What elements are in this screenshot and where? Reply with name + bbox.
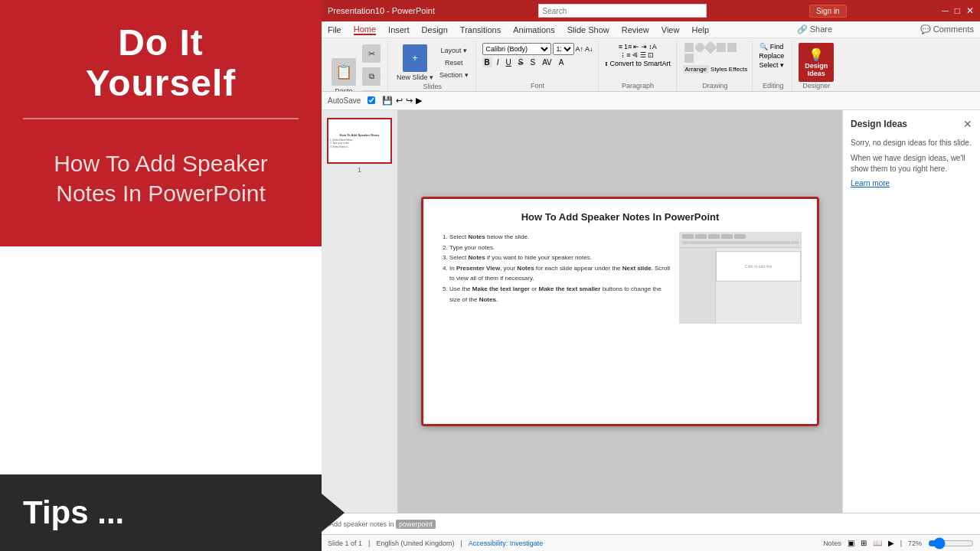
find-button[interactable]: 🔍 Find xyxy=(760,43,783,51)
accessibility-status[interactable]: Accessibility: Investigate xyxy=(469,540,544,547)
slideshow-button[interactable]: ▶ xyxy=(888,539,894,547)
justify-button[interactable]: ☰ xyxy=(640,51,646,59)
menu-design[interactable]: Design xyxy=(422,25,448,34)
design-ideas-learn-more[interactable]: Learn more xyxy=(851,179,972,187)
menu-slideshow[interactable]: Slide Show xyxy=(567,25,609,34)
diy-title: Do It Yourself xyxy=(23,23,299,104)
slide-sorter-button[interactable]: ⊞ xyxy=(861,539,867,547)
slide-thumbnail-1[interactable]: How To Add Speaker Notes 1. Select Notes… xyxy=(327,118,392,164)
notes-toggle-button[interactable]: Notes xyxy=(823,540,841,547)
close-button[interactable]: ✕ xyxy=(966,5,974,16)
ribbon-group-designer: 💡 Design Ideas Designer xyxy=(794,41,838,91)
undo-button[interactable]: ↩ xyxy=(396,96,403,106)
design-ideas-header: Design Ideas ✕ xyxy=(851,118,972,130)
font-family-select[interactable]: Calibri (Body) xyxy=(482,43,551,55)
paragraph-label: Paragraph xyxy=(605,82,671,90)
restore-button[interactable]: □ xyxy=(955,5,960,16)
normal-view-button[interactable]: ▣ xyxy=(848,539,854,547)
status-right: Notes ▣ ⊞ 📖 ▶ | 72% xyxy=(823,539,974,547)
search-input[interactable] xyxy=(538,4,707,18)
design-ideas-button[interactable]: 💡 Design Ideas xyxy=(799,43,834,82)
shadow-button[interactable]: S xyxy=(528,57,537,67)
shape-styles-button[interactable]: Styles xyxy=(710,65,727,73)
numbering-button[interactable]: 1≡ xyxy=(624,43,632,51)
menu-share[interactable]: 🔗 Share xyxy=(797,24,832,34)
select-button[interactable]: Select ▾ xyxy=(759,61,784,69)
shape-rect[interactable] xyxy=(684,43,694,52)
charspacing-button[interactable]: AV xyxy=(540,57,554,67)
indent-decrease-button[interactable]: ⇤ xyxy=(633,43,639,51)
align-left-button[interactable]: ⫶ xyxy=(621,51,625,59)
ribbon-group-editing: 🔍 Find Replace Select ▾ Editing xyxy=(754,41,792,91)
font-shrink-button[interactable]: A↓ xyxy=(585,45,593,53)
signin-button[interactable]: Sign in xyxy=(809,5,847,18)
paste-button[interactable]: 📋 Paste xyxy=(329,57,358,92)
text-direction-button[interactable]: ↕A xyxy=(648,43,657,51)
menu-help[interactable]: Help xyxy=(691,25,709,34)
cut-button[interactable]: ✂ xyxy=(360,43,383,64)
menu-home[interactable]: Home xyxy=(354,24,376,35)
ribbon-group-slides: + New Slide ▾ Layout ▾ Reset Section ▾ S… xyxy=(390,41,476,91)
ribbon-clipboard-content: 📋 Paste ✂ ⧉ 🖌 xyxy=(329,43,383,92)
autosave-toggle[interactable] xyxy=(364,96,379,106)
reset-button[interactable]: Reset xyxy=(437,57,471,68)
design-ideas-close-button[interactable]: ✕ xyxy=(963,118,972,130)
menu-transitions[interactable]: Transitions xyxy=(460,25,501,34)
shape-effects-button[interactable]: Effects xyxy=(729,65,747,73)
canvas-area[interactable]: How To Add Speaker Notes In PowerPoint S… xyxy=(398,110,842,513)
shape-other3[interactable] xyxy=(684,54,694,63)
slide-content: Select Notes below the slide. Type your … xyxy=(439,232,802,324)
columns-button[interactable]: ⫾ xyxy=(605,60,609,67)
menu-file[interactable]: File xyxy=(328,25,341,34)
reading-view-button[interactable]: 📖 xyxy=(873,539,882,547)
ribbon-group-clipboard: 📋 Paste ✂ ⧉ 🖌 Clipboard xyxy=(325,41,388,91)
shape-diamond[interactable] xyxy=(704,41,717,54)
align-right-button[interactable]: ⫷ xyxy=(632,51,639,59)
slide-canvas[interactable]: How To Add Speaker Notes In PowerPoint S… xyxy=(421,197,819,426)
ribbon-editing-content: 🔍 Find Replace Select ▾ xyxy=(759,43,784,82)
strikethrough-button[interactable]: S xyxy=(516,57,526,67)
menu-insert[interactable]: Insert xyxy=(388,25,410,34)
fontcolor-button[interactable]: A xyxy=(557,57,567,67)
notes-highlight: powerpoint xyxy=(396,520,436,529)
quick-access-toolbar: AutoSave 💾 ↩ ↪ ▶ xyxy=(322,92,980,110)
ribbon-font-content: Calibri (Body) 12 A↑ A↓ B I U S S AV A xyxy=(482,43,593,82)
menu-comments[interactable]: 💬 Comments xyxy=(920,24,974,34)
present-button[interactable]: ▶ xyxy=(416,96,422,106)
align-center-button[interactable]: ≡ xyxy=(626,51,630,59)
align-text-button[interactable]: ⊡ xyxy=(648,51,654,59)
cut-icon: ✂ xyxy=(362,44,381,63)
new-slide-button[interactable]: + New Slide ▾ xyxy=(394,43,436,83)
smartart-button[interactable]: Convert to SmartArt xyxy=(610,60,671,67)
ribbon-group-drawing: Arrange Styles Effects Drawing xyxy=(678,41,753,91)
menu-review[interactable]: Review xyxy=(622,25,649,34)
font-grow-button[interactable]: A↑ xyxy=(576,45,584,53)
section-button[interactable]: Section ▾ xyxy=(437,70,471,80)
menu-view[interactable]: View xyxy=(662,25,680,34)
underline-button[interactable]: U xyxy=(504,57,514,67)
menu-bar: File Home Insert Design Transitions Anim… xyxy=(322,21,980,38)
arrange-button[interactable]: Arrange xyxy=(683,65,709,73)
indent-increase-button[interactable]: ⇥ xyxy=(641,43,647,51)
tips-label: Tips ... xyxy=(0,494,124,531)
bold-button[interactable]: B xyxy=(482,57,492,67)
status-bar: Slide 1 of 1 | English (United Kingdom) … xyxy=(322,534,980,551)
save-button[interactable]: 💾 xyxy=(382,96,393,106)
font-size-select[interactable]: 12 xyxy=(553,43,574,55)
menu-animations[interactable]: Animations xyxy=(513,25,554,34)
shape-circle[interactable] xyxy=(695,43,704,52)
list-item-3: Select Notes if you want to hide your sp… xyxy=(449,253,671,263)
shape-other1[interactable] xyxy=(717,43,726,52)
replace-button[interactable]: Replace xyxy=(759,52,784,60)
powerpoint-window: Presentation10 - PowerPoint Sign in ─ □ … xyxy=(322,0,980,551)
minimize-button[interactable]: ─ xyxy=(942,5,949,16)
bullets-button[interactable]: ≡ xyxy=(619,43,622,51)
white-section xyxy=(0,246,322,474)
layout-button[interactable]: Layout ▾ xyxy=(437,45,471,56)
shape-other2[interactable] xyxy=(727,43,737,52)
redo-button[interactable]: ↪ xyxy=(406,96,413,106)
zoom-slider[interactable] xyxy=(928,540,974,547)
copy-button[interactable]: ⧉ xyxy=(360,66,383,87)
italic-button[interactable]: I xyxy=(495,57,501,67)
drawing-label: Drawing xyxy=(683,82,748,90)
